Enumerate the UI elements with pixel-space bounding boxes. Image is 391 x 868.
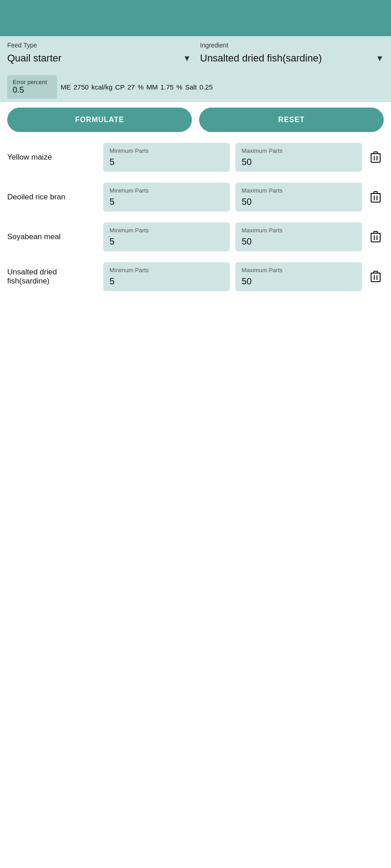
delete-ingredient-button[interactable] — [367, 191, 384, 203]
feed-type-value: Quail starter — [7, 52, 62, 64]
max-parts-value: 50 — [242, 197, 356, 207]
error-percent-value: 0.5 — [13, 85, 52, 95]
feed-type-container: Feed Type Quail starter ▼ — [7, 42, 191, 66]
action-buttons: FORMULATE RESET — [0, 102, 391, 137]
ingredient-label: Ingredient — [200, 42, 384, 49]
mm-label: MM — [146, 83, 157, 91]
max-parts-box[interactable]: Maximum Parts 50 — [235, 183, 362, 212]
parts-fields: Minimum Parts 5 Maximum Parts 50 — [103, 143, 362, 172]
max-parts-label: Maximum Parts — [242, 147, 356, 154]
reset-button[interactable]: RESET — [199, 108, 384, 132]
kcal-label: kcal/kg — [91, 83, 113, 91]
error-percent-label: Error percent — [13, 79, 52, 85]
cp-percent: % — [138, 83, 143, 91]
ingredient-select[interactable]: Unsalted dried fish(sardine) ▼ — [200, 51, 384, 66]
parts-fields: Minimum Parts 5 Maximum Parts 50 — [103, 262, 362, 291]
min-parts-label: Minimum Parts — [110, 187, 224, 194]
header-section: Feed Type Quail starter ▼ Ingredient Uns… — [0, 36, 391, 71]
me-label: ME — [61, 83, 71, 91]
cp-value: 27 — [127, 83, 135, 91]
me-value: 2750 — [74, 83, 89, 91]
delete-ingredient-button[interactable] — [367, 151, 384, 163]
svg-rect-5 — [371, 193, 380, 202]
ingredient-name: Yellow maize — [7, 153, 98, 162]
max-parts-label: Maximum Parts — [242, 267, 356, 274]
feed-type-dropdown-icon[interactable]: ▼ — [183, 54, 191, 63]
salt-label: Salt — [185, 83, 197, 91]
min-parts-label: Minimum Parts — [110, 147, 224, 154]
max-parts-box[interactable]: Maximum Parts 50 — [235, 222, 362, 251]
ingredient-name: Deoiled rice bran — [7, 193, 98, 202]
min-parts-value: 5 — [110, 197, 224, 207]
ingredient-value: Unsalted dried fish(sardine) — [200, 52, 376, 64]
svg-rect-0 — [371, 154, 380, 162]
min-parts-box[interactable]: Minimum Parts 5 — [103, 143, 230, 172]
delete-ingredient-button[interactable] — [367, 271, 384, 283]
ingredient-row: Unsalted dried fish(sardine) Minimum Par… — [7, 257, 384, 297]
ingredient-name: Unsalted dried fish(sardine) — [7, 268, 98, 286]
trash-icon — [371, 151, 381, 163]
ingredient-row: Soyabean meal Minimum Parts 5 Maximum Pa… — [7, 217, 384, 257]
max-parts-box[interactable]: Maximum Parts 50 — [235, 262, 362, 291]
min-parts-box[interactable]: Minimum Parts 5 — [103, 262, 230, 291]
parts-fields: Minimum Parts 5 Maximum Parts 50 — [103, 222, 362, 251]
ingredient-name: Soyabean meal — [7, 232, 98, 241]
ingredient-container: Ingredient Unsalted dried fish(sardine) … — [200, 42, 384, 66]
cp-label: CP — [115, 83, 125, 91]
nutrient-info: ME 2750 kcal/kg CP 27 % MM 1.75 % Salt 0… — [61, 83, 384, 91]
feed-type-label: Feed Type — [7, 42, 191, 49]
ingredient-row: Deoiled rice bran Minimum Parts 5 Maximu… — [7, 177, 384, 217]
trash-icon — [371, 191, 381, 203]
feed-type-select[interactable]: Quail starter ▼ — [7, 51, 191, 66]
max-parts-value: 50 — [242, 276, 356, 287]
max-parts-value: 50 — [242, 236, 356, 247]
min-parts-box[interactable]: Minimum Parts 5 — [103, 183, 230, 212]
max-parts-label: Maximum Parts — [242, 187, 356, 194]
ingredient-dropdown-icon[interactable]: ▼ — [376, 54, 384, 63]
salt-value: 0.25 — [200, 83, 213, 91]
mm-percent: % — [176, 83, 182, 91]
max-parts-value: 50 — [242, 157, 356, 167]
min-parts-value: 5 — [110, 236, 224, 247]
ingredients-list: Yellow maize Minimum Parts 5 Maximum Par… — [0, 137, 391, 297]
min-parts-label: Minimum Parts — [110, 267, 224, 274]
mm-value: 1.75 — [160, 83, 173, 91]
formulate-button[interactable]: FORMULATE — [7, 108, 192, 132]
min-parts-box[interactable]: Minimum Parts 5 — [103, 222, 230, 251]
parts-fields: Minimum Parts 5 Maximum Parts 50 — [103, 183, 362, 212]
min-parts-value: 5 — [110, 276, 224, 287]
error-percent-box: Error percent 0.5 — [7, 75, 57, 99]
min-parts-value: 5 — [110, 157, 224, 167]
top-bar — [0, 0, 391, 36]
delete-ingredient-button[interactable] — [367, 231, 384, 243]
ingredient-row: Yellow maize Minimum Parts 5 Maximum Par… — [7, 137, 384, 177]
max-parts-label: Maximum Parts — [242, 227, 356, 234]
min-parts-label: Minimum Parts — [110, 227, 224, 234]
svg-rect-15 — [371, 273, 380, 282]
trash-icon — [371, 231, 381, 243]
max-parts-box[interactable]: Maximum Parts 50 — [235, 143, 362, 172]
svg-rect-10 — [371, 233, 380, 242]
info-bar: Error percent 0.5 ME 2750 kcal/kg CP 27 … — [0, 71, 391, 102]
trash-icon — [371, 271, 381, 283]
